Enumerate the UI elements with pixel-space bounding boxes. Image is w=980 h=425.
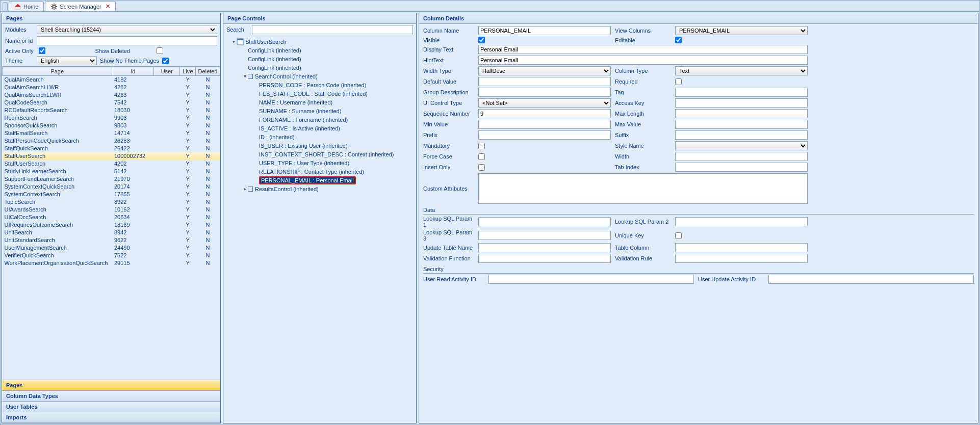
min-val-input[interactable] xyxy=(478,120,611,129)
table-row[interactable]: UIRequiresOutcomeSearch18169YN xyxy=(3,221,220,229)
tree-node[interactable]: USER_TYPE : User Type (inherited) xyxy=(225,158,414,167)
tab-index-input[interactable] xyxy=(675,163,808,172)
tcol-input[interactable] xyxy=(675,243,808,252)
suffix-input[interactable] xyxy=(675,130,808,140)
table-row[interactable]: SupportFundLearnerSearch21970YN xyxy=(3,175,220,183)
table-row[interactable]: StudyLinkLearnerSearch5142YN xyxy=(3,168,220,175)
editable-checkbox[interactable] xyxy=(675,37,682,43)
hint-text-input[interactable] xyxy=(478,56,808,65)
tree-node[interactable]: ID : (inherited) xyxy=(225,132,414,141)
table-row[interactable]: QualAimSearch4182YN xyxy=(3,76,220,84)
table-row[interactable]: UICalOccSearch20634YN xyxy=(3,214,220,221)
visible-checkbox[interactable] xyxy=(478,37,485,43)
table-row[interactable]: StaffUserSearch1000002732YN xyxy=(3,152,220,160)
checkbox-icon[interactable] xyxy=(248,187,253,192)
seq-input[interactable] xyxy=(478,109,611,118)
group-desc-input[interactable] xyxy=(478,88,611,97)
controls-tree[interactable]: ▾StaffUserSearchConfigLink (inherited)Co… xyxy=(223,35,416,423)
nameorid-input[interactable] xyxy=(37,36,217,45)
close-icon[interactable]: ✕ xyxy=(106,3,110,10)
table-row[interactable]: SponsorQuickSearch9803YN xyxy=(3,122,220,129)
style-select[interactable] xyxy=(675,141,808,150)
search-input[interactable] xyxy=(252,25,413,34)
view-columns-select[interactable]: PERSONAL_EMAIL xyxy=(675,26,808,35)
table-row[interactable]: UIAwardsSearch10162YN xyxy=(3,206,220,214)
col-deleted[interactable]: Deleted xyxy=(196,67,220,76)
lsp3-input[interactable] xyxy=(478,231,611,240)
tree-node[interactable]: IS_ACTIVE : Is Active (inherited) xyxy=(225,124,414,132)
table-row[interactable]: RoomSearch9903YN xyxy=(3,114,220,122)
vrule-input[interactable] xyxy=(675,254,808,263)
table-row[interactable]: VerifierQuickSearch7522YN xyxy=(3,252,220,259)
col-user[interactable]: User xyxy=(154,67,180,76)
tag-input[interactable] xyxy=(675,88,808,97)
vfn-input[interactable] xyxy=(478,254,611,263)
tree-node[interactable]: IS_USER : Existing User (inherited) xyxy=(225,141,414,150)
shownotheme-link[interactable]: Show No Theme Pages xyxy=(100,58,159,64)
table-row[interactable]: QualAimsSearchLLWR4263YN xyxy=(3,91,220,99)
table-row[interactable]: UserManagementSearch24490YN xyxy=(3,244,220,252)
tree-node[interactable]: ▾StaffUserSearch xyxy=(225,37,414,46)
acc-user-tables[interactable]: User Tables xyxy=(2,402,220,412)
tab-home[interactable]: Home xyxy=(9,1,44,11)
tree-node[interactable]: PERSONAL_EMAIL : Personal Email xyxy=(225,176,414,184)
display-text-input[interactable] xyxy=(478,45,808,54)
tree-node[interactable]: FORENAME : Forename (inherited) xyxy=(225,115,414,124)
acc-imports[interactable]: Imports xyxy=(2,412,220,423)
table-row[interactable]: StaffQuickSearch26422YN xyxy=(3,145,220,152)
default-value-input[interactable] xyxy=(478,77,611,86)
table-row[interactable]: TopicSearch8922YN xyxy=(3,198,220,206)
table-row[interactable]: QualAimSearchLLWR4282YN xyxy=(3,84,220,91)
tree-node[interactable]: NAME : Username (inherited) xyxy=(225,98,414,107)
prefix-input[interactable] xyxy=(478,130,611,140)
table-row[interactable]: StaffUserSearch4202YN xyxy=(3,160,220,168)
showdeleted-link[interactable]: Show Deleted xyxy=(95,48,131,54)
required-checkbox[interactable] xyxy=(675,78,682,85)
column-type-select[interactable]: Text xyxy=(675,66,808,75)
activeonly-checkbox[interactable] xyxy=(39,47,45,54)
tree-node[interactable]: SURNAME : Surname (inherited) xyxy=(225,107,414,115)
tree-node[interactable]: PERSON_CODE : Person Code (inherited) xyxy=(225,81,414,89)
table-row[interactable]: StaffPersonCodeQuickSearch26283YN xyxy=(3,137,220,145)
tree-node[interactable]: ConfigLink (inherited) xyxy=(225,46,414,55)
tree-node[interactable]: ▾SearchControl (inherited) xyxy=(225,72,414,81)
lsp2-input[interactable] xyxy=(675,217,808,226)
access-key-input[interactable] xyxy=(675,98,808,108)
uraid-input[interactable] xyxy=(488,275,694,284)
utn-input[interactable] xyxy=(478,243,611,252)
tabbar-handle[interactable] xyxy=(3,2,8,11)
tree-node[interactable]: FES_STAFF_CODE : Staff Code (inherited) xyxy=(225,89,414,98)
tree-node[interactable]: ConfigLink (inherited) xyxy=(225,55,414,63)
table-row[interactable]: QualCodeSearch7542YN xyxy=(3,99,220,107)
acc-pages[interactable]: Pages xyxy=(2,380,220,391)
width-input[interactable] xyxy=(675,152,808,161)
table-row[interactable]: UnitStandardSearch9622YN xyxy=(3,236,220,244)
table-row[interactable]: SystemContextSearch17855YN xyxy=(3,191,220,198)
column-name-input[interactable] xyxy=(478,26,611,35)
tree-node[interactable]: ▸ResultsControl (inherited) xyxy=(225,184,414,193)
tab-screen-manager[interactable]: Screen Manager ✕ xyxy=(45,1,115,11)
modules-select[interactable]: Shell Searching (15244) xyxy=(37,25,217,34)
tree-node[interactable]: RELATIONSHIP : Contact Type (inherited) xyxy=(225,167,414,176)
shownotheme-checkbox[interactable] xyxy=(162,58,169,64)
force-case-checkbox[interactable] xyxy=(478,153,485,160)
tree-node[interactable]: INST_CONTEXT_SHORT_DESC : Context (inher… xyxy=(225,150,414,158)
insert-only-checkbox[interactable] xyxy=(478,164,485,171)
table-row[interactable]: WorkPlacementOrganisationQuickSearch2911… xyxy=(3,259,220,267)
table-row[interactable]: RCDefaultReportsSearch18030YN xyxy=(3,107,220,114)
uuaid-input[interactable] xyxy=(768,275,974,284)
checkbox-icon[interactable] xyxy=(248,74,253,79)
tree-node[interactable]: ConfigLink (inherited) xyxy=(225,63,414,72)
col-page[interactable]: Page xyxy=(3,67,112,76)
acc-column-data-types[interactable]: Column Data Types xyxy=(2,391,220,402)
showdeleted-checkbox[interactable] xyxy=(157,47,163,54)
col-id[interactable]: Id xyxy=(112,67,154,76)
theme-select[interactable]: English xyxy=(37,56,97,65)
table-row[interactable]: SystemContextQuickSearch20174YN xyxy=(3,183,220,191)
ukey-checkbox[interactable] xyxy=(675,232,682,239)
table-row[interactable]: UnitSearch8942YN xyxy=(3,229,220,236)
lsp1-input[interactable] xyxy=(478,217,611,226)
table-row[interactable]: StaffEmailSearch14714YN xyxy=(3,129,220,137)
custom-attrs-textarea[interactable] xyxy=(478,173,808,204)
width-type-select[interactable]: HalfDesc xyxy=(478,66,611,75)
